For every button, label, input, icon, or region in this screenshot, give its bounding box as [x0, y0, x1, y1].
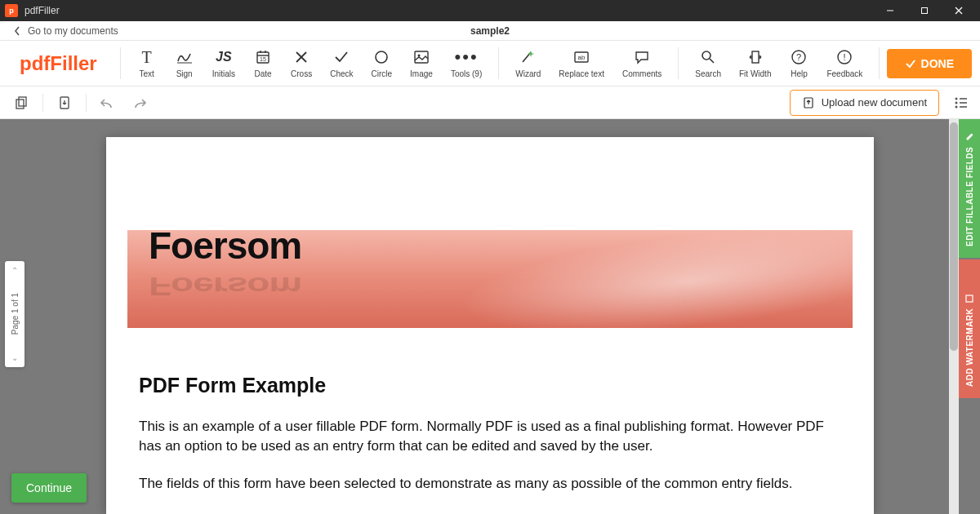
- help-icon: ?: [791, 48, 807, 66]
- tool-wizard[interactable]: Wizard: [507, 45, 549, 82]
- window-titlebar: p pdfFiller: [0, 0, 980, 21]
- tool-tools-dropdown[interactable]: ••• Tools (9): [443, 45, 490, 82]
- edit-icon: [964, 132, 974, 142]
- document-title: sample2: [470, 25, 510, 37]
- svg-text:ab: ab: [578, 54, 586, 61]
- document-viewport: Foersom Foersom PDF Form Example This is…: [0, 119, 980, 514]
- scrollbar-thumb[interactable]: [950, 122, 958, 351]
- wizard-icon: [519, 48, 537, 66]
- image-icon: [413, 48, 430, 66]
- export-button[interactable]: [51, 91, 78, 114]
- svg-text:!: !: [844, 52, 846, 62]
- list-toggle-button[interactable]: [951, 93, 972, 113]
- redo-button[interactable]: [126, 91, 152, 114]
- svg-point-32: [956, 105, 958, 108]
- tool-circle[interactable]: Circle: [363, 45, 401, 82]
- scrollbar-track[interactable]: [949, 119, 959, 514]
- document-banner: Foersom Foersom: [127, 230, 853, 328]
- page-indicator: Page 1 of 1: [11, 293, 20, 335]
- check-icon: [905, 58, 916, 69]
- document-paragraph: This is an example of a user fillable PD…: [139, 417, 841, 456]
- svg-point-30: [956, 101, 958, 104]
- feedback-icon: !: [836, 48, 853, 66]
- svg-text:15: 15: [260, 56, 266, 62]
- back-label: Go to my documents: [28, 25, 118, 37]
- svg-rect-34: [966, 295, 973, 302]
- svg-point-14: [417, 55, 420, 57]
- tool-comments[interactable]: Comments: [614, 45, 670, 82]
- continue-button[interactable]: Continue: [11, 473, 87, 503]
- svg-rect-19: [752, 51, 759, 63]
- upload-document-button[interactable]: Upload new document: [790, 90, 939, 116]
- tool-date[interactable]: 15 Date: [245, 45, 281, 82]
- document-content: PDF Form Example This is an example of a…: [106, 328, 874, 493]
- chevron-left-icon: [13, 25, 21, 37]
- page-navigator: ⌃ Page 1 of 1 ⌄: [5, 261, 24, 367]
- tool-feedback[interactable]: ! Feedback: [818, 45, 871, 82]
- tool-sign[interactable]: Sign: [167, 45, 203, 82]
- minimize-button[interactable]: [874, 1, 906, 20]
- tool-check[interactable]: Check: [322, 45, 361, 82]
- tool-replace-text[interactable]: ab Replace text: [550, 45, 612, 82]
- logo: pdfFiller: [8, 41, 117, 86]
- tool-image[interactable]: Image: [402, 45, 441, 82]
- svg-text:?: ?: [796, 52, 801, 62]
- tool-search[interactable]: Search: [687, 45, 729, 82]
- secondary-toolbar: Upload new document: [0, 86, 980, 119]
- more-icon: •••: [455, 48, 479, 66]
- breadcrumb: Go to my documents sample2: [0, 21, 980, 41]
- replace-icon: ab: [572, 48, 590, 66]
- tool-cross[interactable]: Cross: [283, 45, 320, 82]
- app-icon: p: [5, 4, 18, 17]
- tool-text[interactable]: T Text: [129, 45, 165, 82]
- svg-rect-1: [922, 8, 928, 14]
- circle-icon: [373, 48, 390, 66]
- page-canvas[interactable]: Foersom Foersom PDF Form Example This is…: [106, 137, 874, 514]
- add-watermark-tab[interactable]: ADD WATERMARK: [959, 259, 980, 398]
- maximize-button[interactable]: [908, 1, 941, 20]
- svg-line-18: [710, 59, 714, 63]
- tool-help[interactable]: ? Help: [781, 45, 817, 82]
- upload-icon: [802, 96, 815, 109]
- text-icon: T: [142, 48, 152, 66]
- calendar-icon: 15: [255, 48, 271, 66]
- sign-icon: [176, 48, 194, 66]
- svg-point-28: [956, 97, 958, 100]
- comment-icon: [634, 48, 650, 66]
- svg-point-12: [376, 51, 387, 63]
- page-prev-button[interactable]: ⌃: [11, 266, 18, 275]
- svg-rect-25: [19, 97, 26, 106]
- tool-initials[interactable]: JS Initials: [204, 45, 243, 82]
- check-icon: [333, 48, 350, 66]
- tool-fit-width[interactable]: Fit Width: [731, 45, 779, 82]
- document-heading: PDF Form Example: [139, 374, 841, 397]
- document-paragraph: The fields of this form have been select…: [139, 474, 841, 494]
- banner-title: Foersom: [149, 230, 301, 268]
- undo-button[interactable]: [95, 91, 121, 114]
- svg-point-17: [702, 51, 710, 60]
- done-button[interactable]: DONE: [887, 49, 972, 78]
- watermark-icon: [964, 294, 974, 304]
- initials-icon: JS: [216, 48, 232, 66]
- svg-rect-24: [16, 100, 24, 109]
- close-button[interactable]: [942, 1, 975, 20]
- edit-fillable-fields-tab[interactable]: EDIT FILLABLE FIELDS: [959, 119, 980, 258]
- pages-panel-button[interactable]: [8, 91, 34, 114]
- search-icon: [700, 48, 716, 66]
- fit-width-icon: [747, 48, 764, 66]
- back-to-documents-link[interactable]: Go to my documents: [13, 25, 118, 37]
- main-toolbar: pdfFiller T Text Sign JS Initials 15 Dat…: [0, 41, 980, 86]
- page-next-button[interactable]: ⌄: [11, 353, 18, 362]
- cross-icon: [294, 48, 309, 66]
- app-name: pdfFiller: [24, 5, 60, 16]
- banner-reflection: Foersom: [149, 271, 301, 302]
